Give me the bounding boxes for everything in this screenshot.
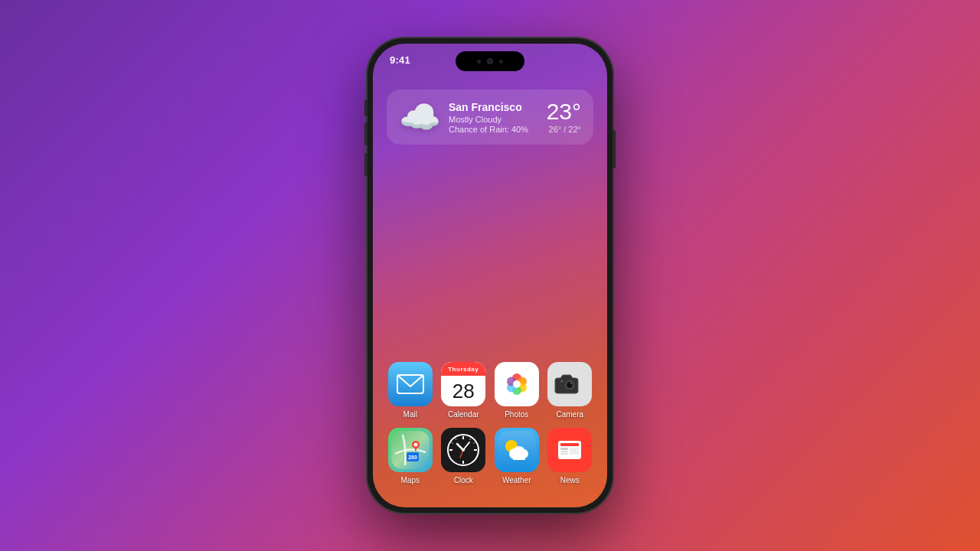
cloud-icon: ☁️ <box>399 100 441 134</box>
weather-temp-main: 23° <box>547 100 581 123</box>
app-item-camera[interactable]: Camera <box>547 362 594 419</box>
maps-icon: 280 <box>388 428 433 472</box>
weather-temp-range: 26° / 22° <box>547 125 581 134</box>
calendar-icon: Thursday 28 <box>441 362 485 406</box>
svg-rect-40 <box>560 448 568 450</box>
clock-icon <box>441 428 485 472</box>
svg-rect-43 <box>570 448 579 455</box>
svg-rect-36 <box>513 454 525 460</box>
island-mic <box>499 60 503 64</box>
camera-icon <box>547 362 592 406</box>
app-item-mail[interactable]: Mail <box>387 362 434 419</box>
app-item-news[interactable]: News <box>547 428 594 484</box>
svg-rect-41 <box>560 451 568 452</box>
photos-icon <box>495 362 539 406</box>
calendar-day-number: 28 <box>452 381 475 401</box>
svg-point-12 <box>561 380 564 383</box>
island-camera <box>487 58 493 64</box>
news-label: News <box>560 476 580 484</box>
svg-point-11 <box>570 383 572 384</box>
app-grid: Mail Thursday 28 Calendar <box>387 362 593 484</box>
weather-widget[interactable]: ☁️ San Francisco Mostly Cloudy Chance of… <box>387 90 593 145</box>
mail-label: Mail <box>403 410 417 419</box>
power-button[interactable] <box>612 130 616 168</box>
weather-city: San Francisco <box>449 101 539 113</box>
weather-info: San Francisco Mostly Cloudy Chance of Ra… <box>449 101 539 134</box>
calendar-label: Calendar <box>448 410 479 419</box>
news-icon <box>547 428 592 472</box>
app-item-calendar[interactable]: Thursday 28 Calendar <box>440 362 488 419</box>
silent-button[interactable] <box>364 99 368 116</box>
app-item-clock[interactable]: Clock <box>440 428 488 484</box>
weather-app-icon <box>495 428 539 472</box>
svg-rect-42 <box>560 453 568 455</box>
app-item-photos[interactable]: Photos <box>493 362 541 419</box>
phone-screen: 9:41 <box>373 44 607 507</box>
app-item-maps[interactable]: 280 Maps <box>387 428 434 484</box>
volume-down-button[interactable] <box>364 153 368 176</box>
svg-text:280: 280 <box>408 455 417 460</box>
svg-point-17 <box>413 443 417 447</box>
svg-rect-39 <box>560 443 579 446</box>
svg-point-30 <box>462 448 465 452</box>
phone-device: 9:41 <box>368 38 612 513</box>
weather-condition: Mostly Cloudy <box>449 115 539 124</box>
dynamic-island <box>456 51 524 71</box>
island-sensor <box>477 60 481 64</box>
clock-label: Clock <box>454 476 473 484</box>
svg-point-7 <box>513 380 521 388</box>
photos-label: Photos <box>505 410 528 419</box>
maps-label: Maps <box>401 476 420 484</box>
volume-up-button[interactable] <box>364 122 368 145</box>
status-time: 9:41 <box>390 54 410 66</box>
weather-label: Weather <box>502 476 531 484</box>
camera-label: Camera <box>556 410 583 419</box>
weather-rain-chance: Chance of Rain: 40% <box>449 125 539 134</box>
app-item-weather[interactable]: Weather <box>493 428 541 484</box>
weather-temperature: 23° 26° / 22° <box>547 100 581 134</box>
mail-icon <box>388 362 433 406</box>
calendar-day-name: Thursday <box>448 366 479 373</box>
